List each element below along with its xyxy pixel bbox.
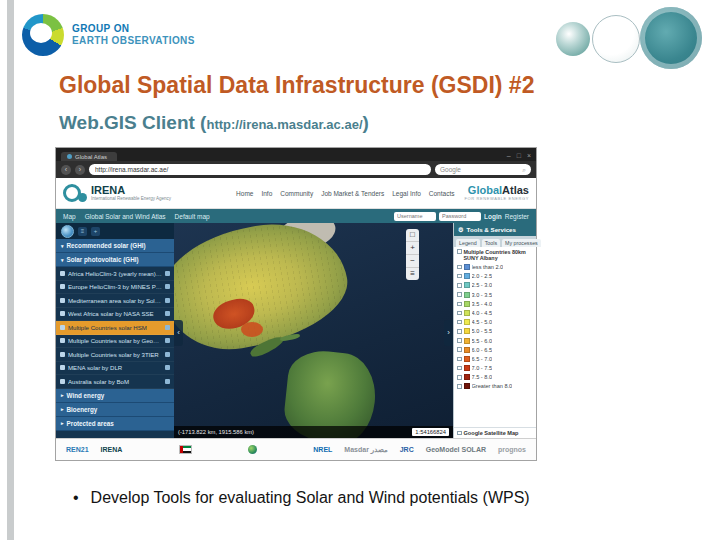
collapse-panel-button[interactable]: › (444, 320, 453, 346)
legend-entry[interactable]: 4.5 - 5.0 (457, 318, 533, 327)
legend-entry[interactable]: 3.0 - 3.5 (457, 290, 533, 299)
nav-item[interactable]: Info (261, 190, 272, 197)
layer-item[interactable]: Africa HelioClim-3 (yearly mean) by So.. (56, 267, 174, 281)
legend-layer-checkbox[interactable] (457, 249, 462, 254)
legend-entry[interactable]: less than 2.0 (457, 262, 533, 271)
partner-logo[interactable]: JRC (400, 446, 414, 453)
layer-item[interactable]: Multiple Countries solar by GeoMo.. (56, 335, 174, 349)
section-solar-photovoltaic[interactable]: ▾ Solar photovoltaic (GHI) (56, 253, 174, 267)
legend-entry[interactable]: 4.0 - 4.5 (457, 308, 533, 317)
forward-icon[interactable]: › (75, 165, 85, 175)
layer-item[interactable]: Mediterranean area solar by Solar-.. (56, 294, 174, 308)
layers-toggle-icon[interactable]: ≡ (406, 268, 419, 280)
legend-entry-checkbox[interactable] (457, 375, 462, 380)
partner-logo[interactable]: NREL (313, 446, 332, 453)
layer-item[interactable]: Europe HelioClim-3 by MINES Paris.. (56, 281, 174, 295)
legend-entry[interactable]: 3.5 - 4.0 (457, 299, 533, 308)
layer-visibility-checkbox[interactable] (165, 325, 170, 330)
menubar-item[interactable]: Default map (175, 213, 210, 220)
browser-search-box[interactable]: Google ⌕ (435, 164, 531, 175)
legend-entry-checkbox[interactable] (457, 320, 462, 325)
address-bar[interactable] (89, 164, 431, 175)
partner-logo[interactable]: IRENA (101, 446, 123, 453)
layer-zoom-checkbox[interactable] (60, 338, 65, 343)
close-icon[interactable]: × (527, 152, 531, 159)
browser-tab[interactable]: Global Atlas (61, 152, 117, 161)
username-field[interactable] (394, 212, 436, 221)
legend-entry-checkbox[interactable] (457, 283, 462, 288)
legend-entry[interactable]: 5.0 - 5.5 (457, 327, 533, 336)
legend-entry-checkbox[interactable] (457, 329, 462, 334)
map-canvas[interactable]: □ + − ≡ ‹ › (-1713.822 km, 1915.586 km) … (174, 223, 453, 438)
legend-entry-checkbox[interactable] (457, 338, 462, 343)
menubar-item[interactable]: Map (63, 213, 76, 220)
legend-entry[interactable]: 6.5 - 7.0 (457, 354, 533, 363)
layers-icon[interactable]: ≡ (78, 227, 87, 236)
legend-entry[interactable]: 2.0 - 2.5 (457, 272, 533, 281)
menubar-item[interactable]: Global Solar and Wind Atlas (85, 213, 166, 220)
layer-zoom-checkbox[interactable] (60, 271, 65, 276)
legend-entry-checkbox[interactable] (457, 357, 462, 362)
tools-tab[interactable]: Tools (482, 239, 500, 247)
layer-zoom-checkbox[interactable] (60, 284, 65, 289)
legend-entry-checkbox[interactable] (457, 302, 462, 307)
login-button[interactable]: Login (484, 213, 502, 220)
layer-section-collapsed[interactable]: ▸ Protected areas (56, 417, 174, 431)
irena-logo[interactable]: IRENA International Renewable Energy Age… (63, 184, 171, 202)
minimize-icon[interactable]: – (507, 152, 511, 159)
layer-zoom-checkbox[interactable] (60, 325, 65, 330)
legend-entry-checkbox[interactable] (457, 384, 462, 389)
back-icon[interactable]: ‹ (61, 165, 71, 175)
legend-entry-checkbox[interactable] (457, 311, 462, 316)
maximize-icon[interactable]: □ (517, 152, 521, 159)
layer-visibility-checkbox[interactable] (165, 352, 170, 357)
tools-tab[interactable]: My processes (502, 239, 541, 247)
password-field[interactable] (439, 212, 481, 221)
legend-entry-checkbox[interactable] (457, 274, 462, 279)
nav-item[interactable]: Job Market & Tenders (321, 190, 384, 197)
register-button[interactable]: Register (505, 213, 529, 220)
layer-visibility-checkbox[interactable] (165, 284, 170, 289)
layer-zoom-checkbox[interactable] (60, 298, 65, 303)
layer-visibility-checkbox[interactable] (165, 338, 170, 343)
partner-logo[interactable]: GeoModel SOLAR (426, 446, 486, 453)
layer-section-collapsed[interactable]: ▸ Bioenergy (56, 403, 174, 417)
partner-logo[interactable]: Masdar مصدر (344, 446, 387, 454)
layer-item[interactable]: Multiple Countries solar by 3TIER (56, 348, 174, 362)
partner-logo[interactable]: REN21 (66, 446, 89, 453)
layer-visibility-checkbox[interactable] (165, 379, 170, 384)
legend-entry[interactable]: 6.0 - 6.5 (457, 345, 533, 354)
layer-zoom-checkbox[interactable] (60, 311, 65, 316)
legend-entry-checkbox[interactable] (457, 265, 462, 270)
layer-visibility-checkbox[interactable] (165, 271, 170, 276)
full-extent-icon[interactable]: □ (406, 229, 419, 242)
tools-tab[interactable]: Legend (456, 239, 480, 247)
legend-entry[interactable]: Greater than 8.0 (457, 382, 533, 391)
partner-logo[interactable]: prognos (498, 446, 526, 453)
layer-item[interactable]: Multiple Countries solar HSM (56, 321, 174, 335)
globe-icon[interactable] (61, 225, 74, 238)
nav-item[interactable]: Contacts (429, 190, 455, 197)
add-layer-icon[interactable]: + (91, 227, 100, 236)
map-scale[interactable]: 1:54166824 (412, 428, 449, 436)
legend-entry-checkbox[interactable] (457, 347, 462, 352)
legend-entry-checkbox[interactable] (457, 366, 462, 371)
section-recommended-solar[interactable]: ▾ Recommended solar (GHI) (56, 239, 174, 253)
layer-visibility-checkbox[interactable] (165, 311, 170, 316)
nav-item[interactable]: Home (236, 190, 253, 197)
legend-entry[interactable]: 7.0 - 7.5 (457, 363, 533, 372)
layer-item[interactable]: West Africa solar by NASA SSE (56, 308, 174, 322)
layer-visibility-checkbox[interactable] (165, 365, 170, 370)
nav-item[interactable]: Legal Info (392, 190, 421, 197)
layer-item[interactable]: Australia solar by BoM (56, 375, 174, 389)
base-layer-checkbox[interactable] (457, 431, 462, 436)
legend-entry[interactable]: 7.5 - 8.0 (457, 373, 533, 382)
layer-item[interactable]: MENA solar by DLR (56, 362, 174, 376)
layer-zoom-checkbox[interactable] (60, 379, 65, 384)
legend-entry[interactable]: 5.5 - 6.0 (457, 336, 533, 345)
layer-zoom-checkbox[interactable] (60, 352, 65, 357)
legend-entry[interactable]: 2.5 - 3.0 (457, 281, 533, 290)
base-layer-row[interactable]: Google Satellite Map (454, 427, 536, 438)
layer-section-collapsed[interactable]: ▸ Wind energy (56, 389, 174, 403)
layer-zoom-checkbox[interactable] (60, 365, 65, 370)
